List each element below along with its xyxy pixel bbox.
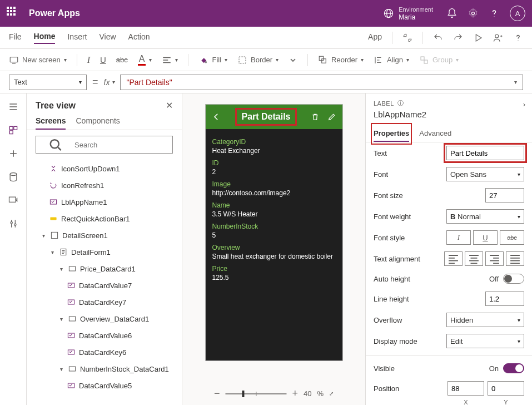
app-launcher-icon[interactable] [7,7,20,20]
edit-icon[interactable] [327,112,336,121]
align-center-button[interactable] [465,251,483,266]
position-x-input[interactable] [448,381,484,396]
tree-view-icon[interactable] [8,125,19,136]
notifications-icon[interactable] [446,8,458,19]
tab-advanced[interactable]: Advanced [419,126,451,142]
menubar-help-icon[interactable] [513,33,523,43]
overflow-button[interactable] [289,56,297,65]
strikethrough-button[interactable]: abc [116,56,128,64]
tree-item[interactable]: IconRefresh1 [30,177,178,194]
display-mode-select[interactable]: Edit▾ [446,334,524,348]
settings-icon[interactable] [468,8,479,19]
info-icon[interactable]: ⓘ [397,99,404,107]
play-icon[interactable] [473,33,483,43]
svg-rect-6 [319,56,324,61]
menu-app[interactable]: App [368,32,382,43]
undo-icon[interactable] [433,33,443,43]
tree-search-input[interactable] [74,141,168,149]
overflow-select[interactable]: Hidden▾ [446,313,524,327]
field-value: Small heat exchanger for domestic boiler [212,253,336,260]
reorder-button[interactable]: Reorder▾ [318,55,364,65]
align-icon [374,55,384,65]
tree-item[interactable]: ▾DetailForm1 [30,244,178,260]
svg-point-13 [10,173,17,176]
auto-height-toggle[interactable] [503,274,524,284]
zoom-out-button[interactable]: − [214,388,220,399]
share-icon[interactable] [493,33,503,43]
property-select[interactable]: Text ▾ [9,75,87,90]
back-icon[interactable] [211,112,221,122]
menu-view[interactable]: View [99,32,116,43]
tree-item[interactable]: ▾DetailScreen1 [30,227,178,244]
border-button[interactable]: Border▾ [237,55,279,65]
field-value: 5 [212,231,336,239]
tree-search[interactable] [36,136,173,154]
canvas[interactable]: Part Details CategoryID Heat Exchanger I… [182,93,365,405]
hamburger-icon[interactable] [8,101,19,112]
tree-item[interactable]: DataCardKey6 [30,344,178,360]
help-icon[interactable] [489,8,500,19]
new-screen-button[interactable]: New screen ▾ [9,55,67,65]
font-color-button[interactable]: A▾ [138,54,152,66]
tab-properties[interactable]: Properties [374,126,409,142]
preview-title[interactable]: Part Details [238,111,294,123]
tree-item[interactable]: DataCardKey7 [30,294,178,310]
new-screen-label: New screen [22,56,61,64]
tree-item[interactable]: LblAppName1 [30,194,178,210]
tab-components[interactable]: Components [76,113,120,130]
phone-preview[interactable]: Part Details CategoryID Heat Exchanger I… [206,105,342,360]
prop-label: Text alignment [374,255,420,263]
tree-item[interactable]: RectQuickActionBar1 [30,210,178,227]
data-icon[interactable] [8,171,19,182]
italic-toggle[interactable]: I [446,230,471,245]
tab-screens[interactable]: Screens [36,113,66,130]
italic-button[interactable]: I [87,55,90,65]
insert-icon[interactable] [8,148,19,159]
user-avatar[interactable]: A [510,6,525,21]
chevron-right-icon[interactable]: › [523,100,525,108]
menu-file[interactable]: File [9,32,22,43]
strikethrough-toggle[interactable]: abc [500,230,524,245]
reorder-label: Reorder [331,56,357,64]
tree-item[interactable]: DataCardValue6 [30,327,178,344]
font-weight-select[interactable]: B Normal▾ [446,209,524,224]
underline-button[interactable]: U [100,55,106,65]
field-label: CategoryID [212,138,336,146]
line-height-input[interactable] [485,292,524,306]
font-select[interactable]: Open Sans▾ [446,167,524,181]
position-y-input[interactable] [488,381,524,396]
zoom-slider[interactable] [225,393,286,394]
formula-input[interactable]: "Part Details" ▾ [120,75,523,90]
visible-toggle[interactable] [503,363,524,373]
delete-icon[interactable] [311,112,320,121]
zoom-in-button[interactable]: + [292,388,298,399]
align-right-button[interactable] [485,251,504,266]
align-button[interactable]: Align▾ [374,55,409,65]
text-input[interactable] [446,146,524,160]
group-label: Group [432,56,453,64]
align-justify-button[interactable] [506,251,524,266]
menu-insert[interactable]: Insert [67,32,87,43]
app-checker-icon[interactable] [402,33,412,43]
tree-item[interactable]: DataCardValue5 [30,377,178,394]
tree-item[interactable]: DataCardValue7 [30,277,178,294]
fill-button[interactable]: Fill▾ [198,55,227,65]
fx-button[interactable]: fx▾ [104,78,115,87]
media-icon[interactable] [8,195,19,206]
tree-title: Tree view [36,101,76,111]
align-left-button[interactable] [444,251,463,266]
close-icon[interactable]: ✕ [166,100,173,111]
menu-home[interactable]: Home [34,32,56,44]
text-align-button[interactable]: ▾ [162,55,178,65]
tree-item[interactable]: ▾Price_DataCard1 [30,260,178,277]
environment-picker[interactable]: Environment Maria [383,6,433,21]
zoom-fit-button[interactable]: ⤢ [329,391,334,397]
tree-item[interactable]: ▾NumberInStock_DataCard1 [30,360,178,377]
advanced-tools-icon[interactable] [8,218,19,229]
menu-action[interactable]: Action [128,32,150,43]
tree-item[interactable]: IconSortUpDown1 [30,160,178,177]
underline-toggle[interactable]: U [473,230,498,245]
tree-item[interactable]: ▾Overview_DataCard1 [30,310,178,327]
redo-icon[interactable] [453,33,463,43]
font-size-input[interactable] [485,188,524,202]
